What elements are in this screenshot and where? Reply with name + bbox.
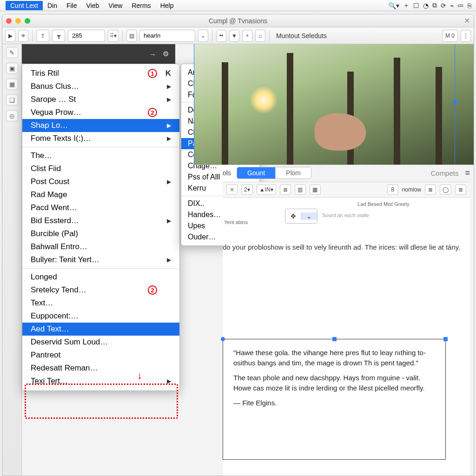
chevron-down-icon[interactable]: ▼: [229, 30, 239, 42]
doc-icon[interactable]: ⧉: [432, 1, 437, 9]
attribution-text: — Fite Elgins.: [233, 398, 435, 408]
tab-gount[interactable]: Gount: [237, 167, 276, 178]
side-labels: Yent abins: [221, 219, 248, 225]
frame-handle[interactable]: [221, 337, 225, 341]
clock-icon[interactable]: ◔: [423, 2, 429, 9]
menubar-item-1[interactable]: Din: [43, 1, 62, 10]
menu-item[interactable]: Rad Mage: [22, 188, 179, 201]
main-toolbar: ▶ ✳ ⇪ ┳ 285 ⠿▾ ▤ hearln ⌄ •• ▼ ＋ ⌂ Munto…: [2, 27, 474, 44]
menu-item[interactable]: Banus Clus…▶: [22, 80, 179, 93]
quote-text: "Hawe these gola. the vihange here pres …: [233, 348, 435, 368]
wrap-dropdown-icon[interactable]: ⌄: [301, 212, 317, 220]
stepper-icon[interactable]: ⠿▾: [108, 30, 119, 42]
context-menu: Tiris Rtil1KBanus Clus…▶Sarope … St▶Vegu…: [22, 64, 180, 391]
mac-menubar: Cunt Lext Din File Vieb View Rerms Help …: [0, 0, 476, 11]
frame-handle[interactable]: [443, 337, 448, 341]
size-label: nomlow: [402, 186, 421, 193]
menu-item[interactable]: Bahwall Entro…: [22, 240, 179, 253]
menu-item[interactable]: Shap Lo…▶: [22, 119, 179, 132]
menubar-item-3[interactable]: Vieb: [82, 1, 104, 10]
q-icon[interactable]: ⎘: [468, 2, 471, 9]
play-icon[interactable]: ▶: [5, 30, 15, 42]
columns-icon[interactable]: ▥: [295, 185, 306, 195]
wrap-option-icon[interactable]: ✥: [285, 212, 301, 220]
menu-item[interactable]: The…: [22, 149, 179, 162]
inbox-icon[interactable]: ☐: [413, 2, 419, 9]
tool-b-icon[interactable]: ┳: [52, 30, 65, 42]
menu-item[interactable]: Bullyer: Tenit Yert…▶: [22, 253, 179, 266]
sync-icon[interactable]: ⟳: [441, 2, 446, 9]
crop-icon[interactable]: ▣: [6, 63, 18, 74]
menu-item[interactable]: Bid Essterd…▶: [22, 214, 179, 227]
swatch-icon[interactable]: ◎: [6, 110, 18, 121]
menu-item[interactable]: Pacd Went…: [22, 201, 179, 214]
tab-prefix: ols: [223, 169, 231, 177]
tag-icon[interactable]: ⌁: [450, 2, 454, 9]
zoom-field[interactable]: 285: [68, 30, 105, 42]
justify-icon[interactable]: ≣: [280, 185, 291, 195]
list-icon[interactable]: ≔: [457, 2, 464, 9]
opt3-icon[interactable]: ≣: [455, 185, 466, 195]
menu-item[interactable]: Fome Texts I(:)…▶: [22, 132, 179, 145]
body-text: The tean phole and new dacshppy. Hays fr…: [233, 373, 435, 393]
arrow-right-icon[interactable]: →: [149, 50, 156, 58]
menu-item[interactable]: Texi Tert…▶: [22, 375, 179, 388]
pencil-icon[interactable]: ✎: [6, 47, 18, 58]
star-icon[interactable]: ✳: [18, 30, 28, 42]
add-icon[interactable]: ＋: [242, 30, 252, 42]
menu-item[interactable]: Text…: [22, 297, 179, 310]
menu-item[interactable]: Redesatt Reman…: [22, 362, 179, 375]
search-icon[interactable]: 🔍▾: [388, 2, 399, 9]
menubar-item-6[interactable]: Help: [156, 1, 178, 10]
menu-item[interactable]: Tiris Rtil1K: [22, 67, 179, 80]
menu-item[interactable]: Aed Text…: [22, 323, 179, 336]
hamburger-icon[interactable]: ≡: [465, 168, 470, 178]
menubar-item-5[interactable]: Rerms: [127, 1, 155, 10]
number-field[interactable]: 2 ▾: [241, 185, 253, 195]
layers-icon[interactable]: ❏: [6, 94, 18, 106]
menu-item[interactable]: Clist Fiid: [22, 162, 179, 175]
image-preview[interactable]: [194, 44, 474, 165]
dots-icon[interactable]: ••: [216, 30, 226, 42]
panel-header: → ⚙: [22, 44, 175, 64]
wrap-picker[interactable]: ✥ ⌄: [285, 209, 317, 224]
home-icon[interactable]: ⌂: [255, 30, 265, 42]
menu-item[interactable]: Burcible (Pal): [22, 227, 179, 240]
menubar-item-2[interactable]: File: [62, 1, 82, 10]
dropdown-icon[interactable]: ⌄: [198, 30, 208, 42]
tab-plom[interactable]: Plom: [276, 167, 311, 178]
opt2-icon[interactable]: ◯: [440, 185, 451, 195]
menu-item[interactable]: Deservid Sum Loud…: [22, 336, 179, 349]
align-left-icon[interactable]: ≡: [226, 185, 238, 195]
gear-icon[interactable]: ⚙: [163, 50, 169, 58]
mo-indicator[interactable]: M 0: [442, 30, 458, 42]
menu-item[interactable]: Euppocent:…: [22, 310, 179, 323]
grid-icon[interactable]: ▦: [310, 185, 321, 195]
field-label: Lad Besed Mist Greely: [305, 201, 462, 207]
opt1-icon[interactable]: ≣: [425, 185, 436, 195]
anchor-icon[interactable]: ▲ IN ▾: [257, 185, 276, 195]
menubar-item-0[interactable]: Cunt Lext: [6, 1, 43, 10]
search-field[interactable]: hearln: [139, 30, 195, 42]
menu-item[interactable]: Sretelcy Tend…2: [22, 284, 179, 297]
field-hint: Sourd an each oialte: [322, 212, 369, 218]
menubar-item-4[interactable]: View: [104, 1, 127, 10]
tab-compets[interactable]: Compets: [430, 169, 458, 177]
more-icon[interactable]: ⋮: [461, 30, 471, 42]
document-window: Cumpl @ Tvnasions ✕ ▶ ✳ ⇪ ┳ 285 ⠿▾ ▤ hea…: [2, 14, 474, 476]
panel-tabs: ols Gount Plom Compets ≡: [223, 165, 470, 181]
menu-item[interactable]: Longed: [22, 271, 179, 284]
menu-item[interactable]: Post Coust▶: [22, 175, 179, 188]
titlebar: Cumpl @ Tvnasions ✕: [2, 14, 474, 27]
menu-item[interactable]: Sarope … St▶: [22, 93, 179, 106]
plus-icon[interactable]: ＋: [403, 1, 410, 10]
menu-item[interactable]: Pantreot: [22, 349, 179, 362]
frame-handle[interactable]: [332, 337, 337, 341]
doc-mode-icon[interactable]: ▤: [126, 30, 137, 42]
resize-handle[interactable]: [453, 100, 457, 104]
layout-icon[interactable]: ▦: [6, 79, 18, 90]
tool-a-icon[interactable]: ⇪: [36, 30, 49, 42]
size-field[interactable]: 8: [387, 185, 398, 195]
menu-item[interactable]: Vegua Prow…2: [22, 106, 179, 119]
text-frame[interactable]: "Hawe these gola. the vihange here pres …: [223, 339, 446, 460]
